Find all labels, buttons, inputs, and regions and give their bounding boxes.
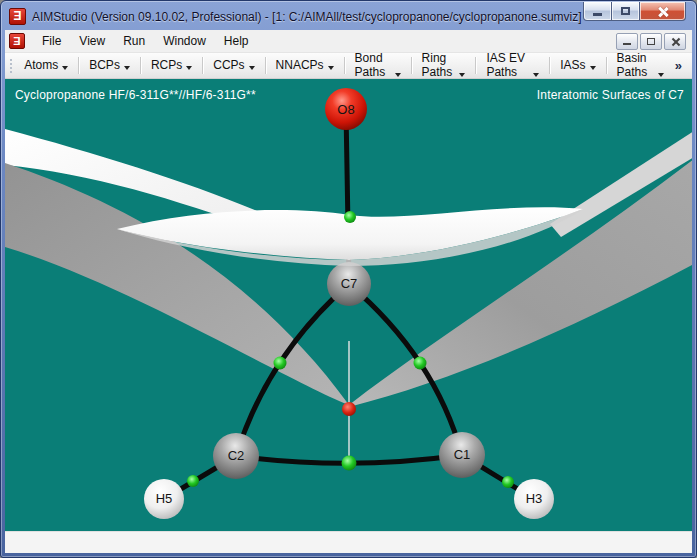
toolbar-separator bbox=[202, 57, 203, 74]
app-logo-icon[interactable]: Ǝ bbox=[9, 8, 26, 25]
status-strip bbox=[5, 531, 692, 553]
bcp-c2-h5[interactable] bbox=[187, 475, 199, 487]
bcp-o8-c7[interactable] bbox=[344, 211, 356, 223]
toolbar-label: IAS EV Paths bbox=[486, 51, 529, 79]
dropdown-arrow-icon bbox=[533, 73, 539, 77]
atom-label-o8: O8 bbox=[337, 102, 354, 117]
menu-run[interactable]: Run bbox=[114, 31, 154, 51]
app-logo-glyph: Ǝ bbox=[13, 9, 21, 23]
maximize-button[interactable] bbox=[612, 2, 640, 21]
minimize-button[interactable] bbox=[583, 2, 612, 21]
toolbar-overflow-button[interactable]: » bbox=[671, 58, 686, 73]
toolbar-separator bbox=[475, 57, 476, 74]
bcp-c7-c2[interactable] bbox=[274, 357, 287, 370]
toolbar-label: NNACPs bbox=[276, 58, 324, 72]
menu-file[interactable]: File bbox=[33, 31, 70, 51]
dropdown-arrow-icon bbox=[62, 66, 68, 70]
dropdown-arrow-icon bbox=[328, 66, 334, 70]
mdi-minimize-icon bbox=[623, 43, 631, 45]
toolbar-button-rcps[interactable]: RCPs bbox=[144, 54, 199, 77]
dropdown-arrow-icon bbox=[590, 66, 596, 70]
viewport-caption-title: Cyclopropanone HF/6-311G**//HF/6-311G** bbox=[15, 88, 256, 102]
toolbar-label: Bond Paths bbox=[355, 51, 391, 79]
toolbar-label: CCPs bbox=[213, 58, 244, 72]
toolbar-button-ccps[interactable]: CCPs bbox=[206, 54, 261, 77]
toolbar-separator bbox=[606, 57, 607, 74]
toolbar-grip[interactable] bbox=[9, 58, 12, 74]
toolbar-button-bcps[interactable]: BCPs bbox=[82, 54, 137, 77]
menu-window[interactable]: Window bbox=[154, 31, 215, 51]
toolbar-label: Atoms bbox=[24, 58, 58, 72]
menu-help[interactable]: Help bbox=[215, 31, 258, 51]
toolbar-separator bbox=[140, 57, 141, 74]
viewport[interactable]: O8 C7 C2 C1 H5 H3 Cyclopropanone HF/6-31… bbox=[5, 79, 692, 531]
toolbar-label: Ring Paths bbox=[422, 51, 456, 79]
rcp-ring[interactable] bbox=[342, 402, 356, 416]
bcp-c7-c1[interactable] bbox=[414, 357, 427, 370]
toolbar-separator bbox=[78, 57, 79, 74]
toolbar-separator bbox=[265, 57, 266, 74]
toolbar-button-iass[interactable]: IASs bbox=[553, 54, 602, 77]
toolbar-separator bbox=[549, 57, 550, 74]
dropdown-arrow-icon bbox=[124, 66, 130, 70]
toolbar: Atoms BCPs RCPs CCPs NNACPs Bond Paths R… bbox=[5, 53, 692, 79]
mdi-close-icon bbox=[671, 37, 680, 46]
app-window: Ǝ AIMStudio (Version 09.10.02, Professio… bbox=[0, 0, 697, 558]
titlebar[interactable]: Ǝ AIMStudio (Version 09.10.02, Professio… bbox=[5, 2, 692, 30]
toolbar-button-atoms[interactable]: Atoms bbox=[17, 54, 75, 77]
toolbar-label: Basin Paths bbox=[617, 51, 654, 79]
atom-label-c7: C7 bbox=[341, 276, 358, 291]
mdi-restore-icon bbox=[647, 38, 655, 45]
atom-label-c2: C2 bbox=[228, 448, 245, 463]
document-logo-icon[interactable]: Ǝ bbox=[9, 33, 25, 49]
atom-label-h3: H3 bbox=[526, 491, 543, 506]
molecule-scene[interactable]: O8 C7 C2 C1 H5 H3 bbox=[5, 79, 692, 531]
atom-label-c1: C1 bbox=[454, 447, 471, 462]
menu-view[interactable]: View bbox=[70, 31, 114, 51]
dropdown-arrow-icon bbox=[395, 73, 401, 77]
close-button[interactable] bbox=[640, 2, 686, 21]
toolbar-separator bbox=[411, 57, 412, 74]
ias-wing-c7-c1 bbox=[349, 159, 692, 407]
minimize-icon bbox=[593, 13, 602, 16]
dropdown-arrow-icon bbox=[459, 73, 465, 77]
maximize-icon bbox=[621, 7, 630, 15]
toolbar-label: IASs bbox=[560, 58, 585, 72]
viewport-caption-surfaces: Interatomic Surfaces of C7 bbox=[537, 88, 684, 102]
document-logo-glyph: Ǝ bbox=[13, 35, 20, 47]
bcp-c2-c1[interactable] bbox=[342, 456, 357, 471]
toolbar-label: RCPs bbox=[151, 58, 182, 72]
dropdown-arrow-icon bbox=[658, 73, 664, 77]
bcp-c1-h3[interactable] bbox=[502, 476, 514, 488]
atom-label-h5: H5 bbox=[156, 491, 173, 506]
toolbar-button-nnacps[interactable]: NNACPs bbox=[269, 54, 341, 77]
toolbar-separator bbox=[344, 57, 345, 74]
toolbar-label: BCPs bbox=[89, 58, 120, 72]
window-controls bbox=[583, 2, 686, 21]
dropdown-arrow-icon bbox=[249, 66, 255, 70]
dropdown-arrow-icon bbox=[186, 66, 192, 70]
close-icon bbox=[657, 6, 668, 17]
